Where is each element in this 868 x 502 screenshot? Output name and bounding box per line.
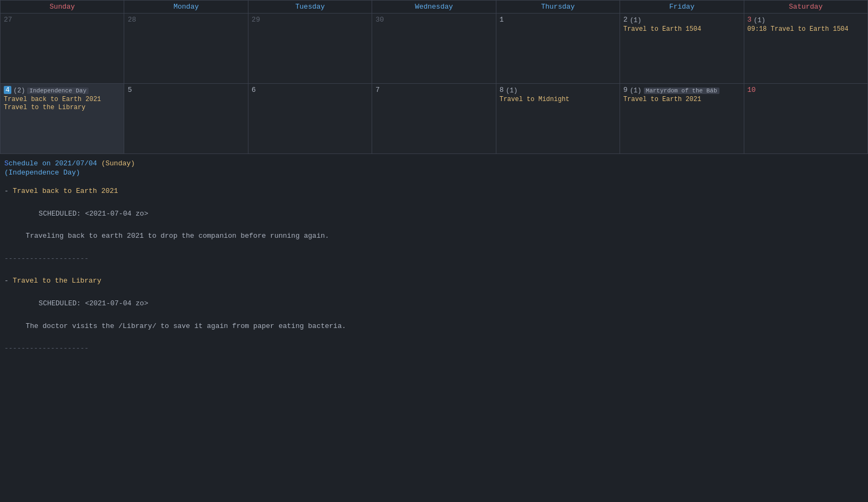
col-header-sunday: Sunday	[1, 1, 124, 14]
event-count-8: (1)	[506, 87, 518, 95]
day-number-29: 29	[252, 16, 260, 24]
day-number-30: 30	[375, 16, 384, 24]
schedule-item-title-0: - Travel back to Earth 2021	[4, 186, 864, 197]
event-count-3: (1)	[753, 17, 765, 24]
day-number-4: 4	[4, 86, 11, 94]
col-header-wednesday: Wednesday	[372, 1, 496, 14]
schedule-divider-1: --------------------	[4, 343, 864, 354]
day-number-5: 5	[127, 86, 132, 94]
day-number-27: 27	[4, 16, 12, 24]
calendar-grid: Sunday Monday Tuesday Wednesday Thursday…	[0, 0, 868, 154]
calendar-day-7[interactable]: 7	[372, 84, 496, 154]
schedule-item-desc-1: The doctor visits the /Library/ to save …	[4, 321, 864, 332]
holiday-label-4: Independence Day	[27, 88, 89, 94]
day-number-9: 9	[623, 86, 628, 94]
schedule-divider-0: --------------------	[4, 253, 864, 265]
schedule-item-title-1: - Travel to the Library	[4, 276, 864, 287]
event-item-3-0[interactable]: 09:18 Travel to Earth 1504	[748, 25, 864, 33]
schedule-title: Schedule on 2021/07/04 (Sunday)	[4, 159, 864, 168]
holiday-label-9: Martyrdom of the Báb	[644, 88, 719, 94]
day-number-28: 28	[127, 16, 136, 24]
day-number-3: 3	[748, 16, 752, 24]
calendar-day-3[interactable]: 3(1)09:18 Travel to Earth 1504	[744, 14, 867, 84]
event-item-2-0[interactable]: Travel to Earth 1504	[623, 25, 740, 33]
schedule-section: Schedule on 2021/07/04 (Sunday) (Indepen…	[0, 154, 868, 360]
event-count-9: (1)	[630, 87, 642, 95]
day-number-6: 6	[252, 86, 256, 94]
schedule-body: - Travel back to Earth 2021 SCHEDULED: <…	[4, 186, 864, 354]
calendar-day-9[interactable]: 9(1)Martyrdom of the BábTravel to Earth …	[620, 84, 744, 154]
event-count-4: (2)	[14, 87, 25, 95]
col-header-tuesday: Tuesday	[248, 1, 372, 14]
event-item-9-0[interactable]: Travel to Earth 2021	[623, 96, 740, 103]
calendar-day-27[interactable]: 27	[1, 14, 124, 84]
calendar-day-1[interactable]: 1	[496, 14, 620, 84]
calendar-day-8[interactable]: 8(1)Travel to Midnight	[496, 84, 620, 154]
schedule-title-text: chedule on 2021/07/04 (Sunday)	[9, 159, 135, 168]
day-number-8: 8	[500, 86, 504, 94]
calendar-day-4[interactable]: 4(2)Independence DayTravel back to Earth…	[1, 84, 124, 154]
col-header-thursday: Thursday	[496, 1, 620, 14]
schedule-item-scheduled-1: SCHEDULED: <2021-07-04 zo>	[17, 287, 864, 310]
calendar-day-29[interactable]: 29	[248, 14, 372, 84]
calendar-day-6[interactable]: 6	[248, 84, 372, 154]
calendar-day-10[interactable]: 10	[744, 84, 867, 154]
schedule-item-scheduled-0: SCHEDULED: <2021-07-04 zo>	[17, 197, 864, 220]
day-number-10: 10	[748, 86, 756, 94]
col-header-monday: Monday	[124, 1, 248, 14]
calendar-day-28[interactable]: 28	[124, 14, 248, 84]
day-number-1: 1	[500, 16, 504, 24]
event-item-8-0[interactable]: Travel to Midnight	[500, 96, 616, 103]
event-count-2: (1)	[630, 17, 642, 24]
schedule-holiday: (Independence Day)	[4, 169, 864, 177]
calendar-day-5[interactable]: 5	[124, 84, 248, 154]
calendar-day-2[interactable]: 2(1)Travel to Earth 1504	[620, 14, 744, 84]
schedule-item-desc-0: Traveling back to earth 2021 to drop the…	[4, 231, 864, 242]
day-number-2: 2	[623, 16, 628, 24]
day-number-7: 7	[375, 86, 380, 94]
col-header-friday: Friday	[620, 1, 744, 14]
event-item-4-0[interactable]: Travel back to Earth 2021	[4, 96, 120, 103]
calendar-day-30[interactable]: 30	[372, 14, 496, 84]
col-header-saturday: Saturday	[744, 1, 867, 14]
event-item-4-1[interactable]: Travel to the Library	[4, 104, 120, 111]
